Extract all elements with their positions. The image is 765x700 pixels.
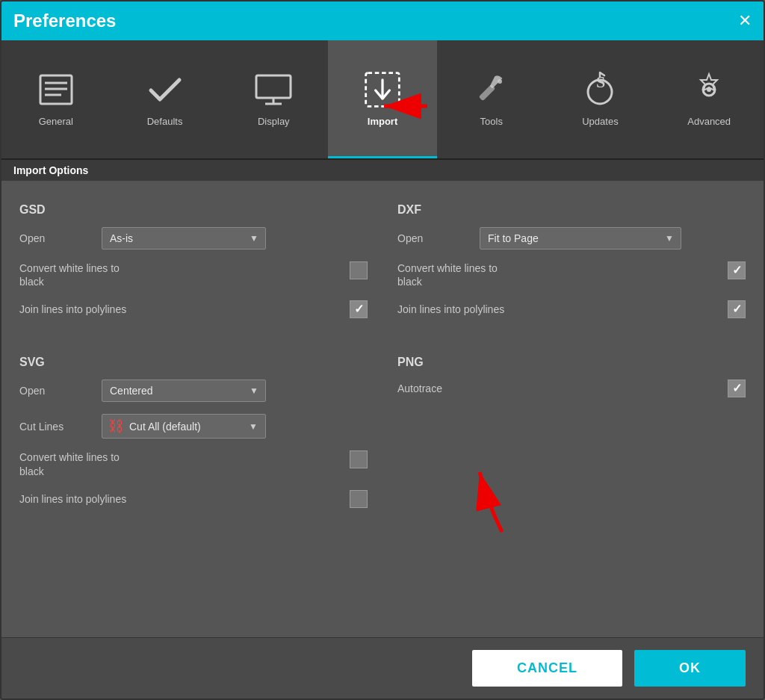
svg-cut-lines-select-wrapper: ⛓ Cut All (default) ▼ bbox=[102, 414, 266, 439]
png-autotrace-checkbox[interactable]: ✓ bbox=[728, 380, 746, 397]
svg-open-select[interactable]: As-is Fit to Page Centered bbox=[102, 380, 266, 402]
tab-updates[interactable]: S Updates bbox=[546, 40, 655, 158]
svg-join-lines-checkbox[interactable] bbox=[350, 490, 368, 508]
dxf-convert-white-label: Convert white lines toblack bbox=[397, 261, 720, 288]
svg-cut-lines-label: Cut Lines bbox=[19, 421, 94, 433]
tab-defaults[interactable]: Defaults bbox=[111, 40, 220, 158]
tab-import[interactable]: Import bbox=[328, 40, 437, 158]
svg-cut-lines-arrow-icon: ▼ bbox=[249, 421, 258, 432]
cancel-button[interactable]: CANCEL bbox=[472, 650, 622, 687]
svg-rect-8 bbox=[480, 85, 495, 100]
gsd-join-lines-row: Join lines into polylines ✓ bbox=[19, 300, 368, 318]
display-icon bbox=[253, 69, 294, 110]
gsd-open-row: Open As-is Fit to Page Centered ▼ bbox=[19, 227, 368, 250]
dxf-open-label: Open bbox=[397, 232, 472, 244]
svg-cut-lines-value: Cut All (default) bbox=[129, 421, 201, 433]
svg-cut-lines-row: Cut Lines ⛓ Cut All (default) ▼ bbox=[19, 414, 368, 439]
tab-updates-label: Updates bbox=[582, 116, 618, 127]
dxf-title: DXF bbox=[397, 203, 746, 217]
content-area: GSD Open As-is Fit to Page Centered ▼ Co… bbox=[1, 181, 764, 637]
svg-convert-white-row: Convert white lines toblack bbox=[19, 450, 368, 477]
svg-rect-4 bbox=[256, 75, 291, 98]
svg-open-select-wrapper: As-is Fit to Page Centered ▼ bbox=[102, 380, 266, 402]
png-autotrace-label: Autotrace bbox=[397, 382, 720, 395]
tab-tools[interactable]: Tools bbox=[437, 40, 546, 158]
svg-cut-lines-select-box[interactable]: ⛓ Cut All (default) ▼ bbox=[102, 414, 266, 439]
general-icon bbox=[36, 69, 76, 110]
svg-convert-white-label: Convert white lines toblack bbox=[19, 450, 342, 477]
dxf-join-lines-row: Join lines into polylines ✓ bbox=[397, 300, 746, 318]
dxf-open-select-wrapper: As-is Fit to Page Centered ▼ bbox=[480, 227, 681, 250]
tab-defaults-label: Defaults bbox=[147, 116, 183, 127]
import-icon bbox=[362, 69, 403, 110]
svg-convert-white-checkbox[interactable] bbox=[350, 450, 368, 468]
tab-advanced[interactable]: Advanced bbox=[654, 40, 764, 158]
gsd-convert-white-checkbox[interactable] bbox=[350, 261, 368, 279]
advanced-icon bbox=[689, 69, 729, 110]
gsd-open-select[interactable]: As-is Fit to Page Centered bbox=[102, 227, 266, 250]
gsd-convert-white-label: Convert white lines toblack bbox=[19, 261, 342, 288]
svg-open-label: Open bbox=[19, 385, 94, 397]
ok-button[interactable]: OK bbox=[634, 650, 746, 687]
tab-advanced-label: Advanced bbox=[687, 116, 731, 127]
svg-point-9 bbox=[498, 79, 502, 84]
updates-icon: S bbox=[580, 69, 620, 110]
svg-point-13 bbox=[707, 87, 711, 92]
png-autotrace-row: Autotrace ✓ bbox=[397, 380, 746, 397]
dxf-convert-white-row: Convert white lines toblack ✓ bbox=[397, 261, 746, 288]
svg-title: SVG bbox=[19, 356, 368, 369]
close-button[interactable]: ✕ bbox=[738, 13, 752, 29]
gsd-open-select-wrapper: As-is Fit to Page Centered ▼ bbox=[102, 227, 266, 250]
dxf-open-row: Open As-is Fit to Page Centered ▼ bbox=[397, 227, 746, 250]
tab-general[interactable]: General bbox=[1, 40, 111, 158]
dxf-join-check-icon: ✓ bbox=[732, 303, 742, 315]
preferences-dialog: Preferences ✕ General Defaults bbox=[0, 0, 765, 700]
dialog-title: Preferences bbox=[13, 10, 116, 31]
gsd-open-label: Open bbox=[19, 232, 94, 244]
gsd-title: GSD bbox=[19, 203, 368, 217]
svg-join-lines-row: Join lines into polylines bbox=[19, 490, 368, 508]
dxf-open-select[interactable]: As-is Fit to Page Centered bbox=[480, 227, 681, 250]
gsd-join-lines-checkbox[interactable]: ✓ bbox=[350, 300, 368, 318]
tools-icon bbox=[471, 69, 512, 110]
left-column: GSD Open As-is Fit to Page Centered ▼ Co… bbox=[19, 196, 368, 520]
gsd-join-check-icon: ✓ bbox=[354, 303, 364, 315]
cut-lines-icon: ⛓ bbox=[108, 418, 123, 435]
section-header: Import Options bbox=[1, 160, 764, 181]
right-column: DXF Open As-is Fit to Page Centered ▼ Co… bbox=[397, 196, 746, 520]
defaults-icon bbox=[145, 69, 185, 110]
tab-import-label: Import bbox=[368, 116, 397, 127]
svg-open-row: Open As-is Fit to Page Centered ▼ bbox=[19, 380, 368, 402]
svg-join-lines-label: Join lines into polylines bbox=[19, 492, 342, 506]
footer: CANCEL OK bbox=[1, 637, 764, 699]
png-autotrace-check-icon: ✓ bbox=[732, 382, 742, 394]
png-title: PNG bbox=[397, 356, 746, 369]
tab-bar: General Defaults Display bbox=[1, 40, 764, 160]
dxf-convert-check-icon: ✓ bbox=[732, 264, 742, 276]
tab-display-label: Display bbox=[258, 116, 290, 127]
dxf-join-lines-checkbox[interactable]: ✓ bbox=[728, 300, 746, 318]
tab-display[interactable]: Display bbox=[219, 40, 328, 158]
dxf-convert-white-checkbox[interactable]: ✓ bbox=[728, 261, 746, 279]
gsd-join-lines-label: Join lines into polylines bbox=[19, 303, 342, 316]
tab-general-label: General bbox=[39, 116, 73, 127]
title-bar: Preferences ✕ bbox=[1, 1, 764, 40]
gsd-convert-white-row: Convert white lines toblack bbox=[19, 261, 368, 288]
tab-tools-label: Tools bbox=[480, 116, 503, 127]
dxf-join-lines-label: Join lines into polylines bbox=[397, 303, 720, 316]
